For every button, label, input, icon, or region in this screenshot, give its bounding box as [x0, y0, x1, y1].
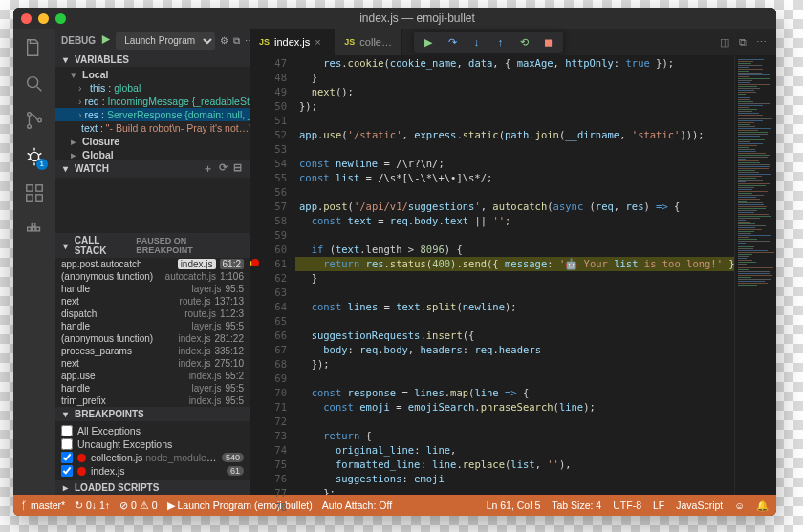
indent[interactable]: Tab Size: 4 [552, 500, 601, 512]
split-editor-icon[interactable]: ◫ [720, 36, 729, 49]
editor-tab[interactable]: JScolle… [335, 29, 402, 55]
search-icon[interactable] [23, 73, 46, 96]
stack-frame[interactable]: app.useindex.js55:2 [55, 370, 250, 382]
debug-floating-toolbar: ▶ ↷ ↓ ↑ ⟲ ◼ [414, 32, 563, 53]
breakpoints-header[interactable]: ▾BREAKPOINTS [55, 407, 250, 421]
refresh-icon[interactable]: ⟳ [219, 161, 228, 176]
js-file-icon: JS [344, 37, 355, 47]
eol[interactable]: LF [653, 500, 664, 512]
editor-group: JSindex.js×JScolle… ▶ ↷ ↓ ↑ ⟲ ◼ ◫ ⧉ ⋯ ▸ … [250, 29, 776, 495]
breakpoint-dot-icon [77, 467, 86, 476]
svg-point-2 [28, 125, 32, 129]
scope-row[interactable]: ▸Global [55, 148, 250, 160]
svg-rect-8 [36, 195, 42, 201]
stack-frame[interactable]: (anonymous function)autocatch.js1:106 [55, 270, 250, 283]
debug-status[interactable]: ▶ Launch Program (emoji-bullet) [167, 500, 313, 511]
editor[interactable]: ▸ 47484950515253545556575859606162636465… [250, 55, 776, 495]
breakpoint-dot-icon [77, 454, 86, 462]
stack-frame[interactable]: handlelayer.js95:5 [55, 382, 250, 394]
step-out-button[interactable]: ↑ [494, 36, 507, 49]
svg-rect-10 [32, 227, 35, 231]
scm-icon[interactable] [23, 109, 46, 132]
variable-row[interactable]: › req: IncomingMessage {_readableState: … [55, 95, 250, 108]
debug-header-label: DEBUG [61, 35, 96, 46]
watch-header[interactable]: ▾WATCH ＋⟳⊟ [55, 160, 250, 178]
feedback-icon[interactable]: ☺ [734, 500, 745, 512]
svg-rect-12 [36, 227, 40, 231]
svg-point-1 [28, 113, 32, 117]
bp-checkbox[interactable] [61, 425, 73, 436]
svg-rect-6 [36, 185, 42, 191]
line-numbers: 4748495051525354555657585960616263646566… [263, 55, 295, 495]
svg-rect-11 [32, 223, 35, 227]
breakpoint-builtin[interactable]: Uncaught Exceptions [61, 437, 244, 451]
extensions-icon[interactable] [23, 181, 46, 204]
titlebar: index.js — emoji-bullet [13, 8, 776, 29]
add-watch-icon[interactable]: ＋ [203, 161, 213, 176]
stack-frame[interactable]: (anonymous function)index.js281:22 [55, 332, 250, 345]
debug-config-select[interactable]: Launch Program [116, 32, 215, 50]
variable-row[interactable]: › res: ServerResponse {domain: null, _ev… [55, 108, 250, 121]
stack-frame[interactable]: trim_prefixindex.js95:5 [55, 394, 250, 407]
breakpoint-user[interactable]: index.js61 [61, 464, 244, 478]
bp-checkbox[interactable] [61, 465, 73, 477]
bp-checkbox[interactable] [61, 438, 73, 450]
step-into-button[interactable]: ↓ [470, 36, 483, 49]
stop-button[interactable]: ◼ [542, 36, 554, 49]
git-sync[interactable]: ↻ 0↓ 1↑ [75, 500, 110, 511]
svg-point-0 [28, 77, 38, 88]
svg-rect-7 [27, 195, 33, 201]
close-tab-icon[interactable]: × [315, 36, 324, 48]
variables-header[interactable]: ▾VARIABLES [55, 53, 250, 67]
loaded-scripts-header[interactable]: ▸LOADED SCRIPTS [55, 480, 250, 495]
minimize-icon[interactable] [38, 13, 49, 24]
debug-toolbar: DEBUG Launch Program ⚙ ⧉ ⋯ [55, 29, 250, 53]
console-icon[interactable]: ⧉ [233, 35, 240, 47]
close-icon[interactable] [21, 13, 32, 24]
docker-icon[interactable] [23, 218, 46, 241]
stack-frame[interactable]: process_paramsindex.js335:12 [55, 345, 250, 357]
variable-row[interactable]: text: "- Build a robot\n- Pray it's not…… [55, 121, 250, 135]
svg-rect-5 [27, 185, 33, 191]
code-content[interactable]: res.cookie(cookie_name, data, { maxAge, … [295, 55, 734, 495]
scope-local[interactable]: ▾Local [55, 68, 250, 81]
minimap[interactable] [734, 55, 776, 495]
stack-frame[interactable]: nextroute.js137:13 [55, 295, 250, 308]
stack-frame[interactable]: handlelayer.js95:5 [55, 283, 250, 295]
bp-checkbox[interactable] [61, 452, 73, 463]
breakpoint-builtin[interactable]: All Exceptions [61, 424, 244, 437]
problems[interactable]: ⊘ 0 ⚠ 0 [119, 500, 157, 511]
breakpoints-section: All ExceptionsUncaught Exceptionscollect… [55, 421, 250, 480]
gear-icon[interactable]: ⚙ [220, 35, 228, 46]
git-branch[interactable]: ᚶ master* [21, 500, 65, 511]
window-title: index.js — emoji-bullet [66, 11, 769, 25]
cursor-position[interactable]: Ln 61, Col 5 [487, 500, 541, 512]
restart-button[interactable]: ⟲ [518, 36, 531, 49]
editor-tab[interactable]: JSindex.js× [250, 29, 335, 55]
auto-attach[interactable]: Auto Attach: Off [322, 500, 392, 511]
language-mode[interactable]: JavaScript [676, 500, 723, 512]
svg-point-3 [38, 118, 42, 122]
debug-icon[interactable]: 1 [23, 145, 46, 168]
breakpoint-user[interactable]: collection.jsnode_modules/mong…540 [61, 451, 244, 464]
stack-frame[interactable]: dispatchroute.js112:3 [55, 308, 250, 320]
step-over-button[interactable]: ↷ [446, 36, 459, 49]
encoding[interactable]: UTF-8 [613, 500, 641, 512]
callstack-header[interactable]: ▾CALL STACKPAUSED ON BREAKPOINT [55, 233, 250, 258]
tab-more-icon[interactable]: ⋯ [756, 36, 767, 49]
start-debug-button[interactable] [100, 34, 111, 47]
stack-frame[interactable]: app.post.autocatchindex.js61:2 [55, 258, 250, 270]
open-changes-icon[interactable]: ⧉ [739, 36, 747, 49]
scope-row[interactable]: ▸Closure [55, 135, 250, 148]
notifications-icon[interactable]: 🔔 [756, 500, 769, 512]
callstack-section: app.post.autocatchindex.js61:2(anonymous… [55, 258, 250, 407]
collapse-icon[interactable]: ⊟ [233, 161, 242, 176]
debug-sidebar: DEBUG Launch Program ⚙ ⧉ ⋯ ▾VARIABLES ▾L… [55, 29, 250, 495]
continue-button[interactable]: ▶ [423, 36, 435, 49]
stack-frame[interactable]: nextindex.js275:10 [55, 357, 250, 370]
variable-row[interactable]: › this: global [55, 81, 250, 95]
stack-frame[interactable]: handlelayer.js95:5 [55, 320, 250, 332]
glyph-margin: ▸ [250, 55, 263, 495]
zoom-icon[interactable] [55, 13, 66, 24]
explorer-icon[interactable] [23, 36, 46, 59]
